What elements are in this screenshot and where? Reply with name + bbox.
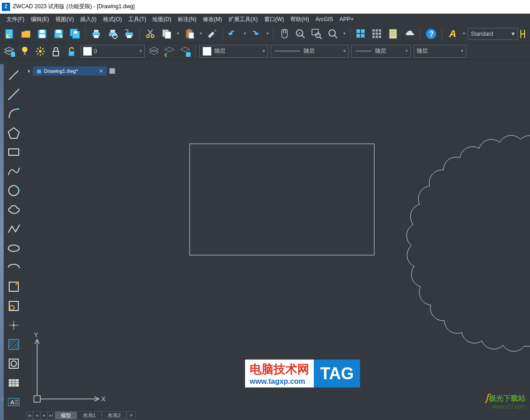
print-button[interactable] [88,26,104,42]
zoom-previous-button[interactable] [325,26,341,42]
point-tool[interactable] [5,316,23,334]
menu-arcgis[interactable]: ArcGIS [313,15,336,23]
properties-button[interactable] [386,26,401,42]
watermark2-name: 极光下载站 [489,394,525,402]
layer-state-button[interactable] [178,44,192,59]
paste-button[interactable] [182,26,197,42]
layout-add-button[interactable]: + [126,411,136,420]
arc-tool[interactable] [5,104,23,123]
menu-view[interactable]: 视图(V) [53,15,76,24]
help-button[interactable]: ? [423,26,439,42]
copy-button[interactable] [159,26,175,42]
svg-line-97 [13,344,19,349]
dimension-style-button[interactable] [519,26,528,42]
save-as-button[interactable] [51,26,66,42]
pan-button[interactable] [276,26,292,42]
layer-unlock-button[interactable] [64,44,79,59]
menu-draw[interactable]: 绘图(D) [150,15,174,24]
print-preview-button[interactable] [105,26,120,42]
save-button[interactable] [34,26,50,42]
zoom-window-button[interactable] [309,26,324,42]
layout-tab-1[interactable]: 布局1 [77,411,102,420]
mtext-tool[interactable]: A [5,393,23,411]
menu-appplus[interactable]: APP+ [337,15,356,23]
cloud-sync-button[interactable] [402,26,418,42]
open-file-button[interactable] [18,26,34,42]
insert-block-tool[interactable] [5,278,23,296]
circle-tool[interactable] [5,181,23,200]
undo-dropdown-icon[interactable]: ▼ [242,32,248,36]
paste-dropdown-icon[interactable]: ▼ [198,32,203,36]
close-tab-icon[interactable]: ✕ [99,68,103,74]
polygon-tool[interactable] [5,124,23,142]
save-all-button[interactable] [67,26,83,42]
text-style-button[interactable]: A [445,26,460,42]
plotstyle-select[interactable]: 随层 ▼ [414,45,466,58]
undo-button[interactable] [226,26,241,42]
polyline-tool[interactable] [5,220,23,238]
watermark-line2: www.tagxp.com [250,377,309,386]
region-tool[interactable] [5,355,23,373]
layout-nav-last[interactable]: ▸| [48,411,55,420]
drawn-revision-cloud[interactable] [407,136,530,351]
text-style-select[interactable]: Standard ▼ [468,28,518,40]
plot-button[interactable] [121,26,137,42]
construction-line-tool[interactable] [5,85,23,104]
layout-tab-model[interactable]: 模型 [55,411,77,420]
svg-rect-4 [40,30,44,33]
layout-nav-prev[interactable]: ◂ [33,411,40,420]
redo-button[interactable] [249,26,264,42]
layout-nav-first[interactable]: |◂ [26,411,33,420]
grid1-button[interactable] [353,26,369,42]
match-properties-button[interactable] [204,26,220,42]
svg-rect-38 [356,34,360,38]
ellipse-arc-tool[interactable] [5,258,23,277]
menu-insert[interactable]: 插入(I) [77,15,99,24]
layer-prev-button[interactable] [162,44,177,59]
new-file-button[interactable]: + [2,26,17,42]
layer-on-button[interactable] [17,44,32,59]
grid2-button[interactable] [369,26,385,42]
layer-iso-button[interactable] [147,44,161,59]
redo-dropdown-icon[interactable]: ▼ [265,32,270,36]
menu-annotate[interactable]: 标注(N) [175,15,199,24]
zoom-dropdown-icon[interactable]: ▼ [342,32,347,36]
color-select[interactable]: 随层 ▼ [199,45,268,58]
layer-freeze-button[interactable] [33,44,48,59]
layer-select[interactable]: 0 ▼ [81,45,145,58]
layer-lock-button[interactable] [49,44,63,59]
make-block-tool[interactable] [5,297,23,315]
new-tab-button[interactable] [108,66,117,76]
menu-extend[interactable]: 扩展工具(X) [226,15,261,24]
layout-tab-2[interactable]: 布局2 [102,411,126,420]
menu-tools[interactable]: 工具(T) [126,15,149,24]
menu-file[interactable]: 文件(F) [4,15,27,24]
menu-format[interactable]: 格式(O) [100,15,125,24]
cut-button[interactable] [142,26,158,42]
svg-rect-72 [186,52,191,57]
copy-dropdown-icon[interactable]: ▼ [175,32,181,36]
table-tool[interactable] [5,374,23,392]
drawn-rectangle[interactable] [190,144,374,255]
menu-window[interactable]: 窗口(W) [262,15,287,24]
rectangle-tool[interactable] [5,143,23,161]
document-tab-active[interactable]: ▦ Drawing1.dwg* ✕ [33,66,107,76]
svg-line-66 [37,48,38,49]
spline-tool[interactable] [5,162,23,180]
layer-manager-button[interactable] [2,44,16,59]
tab-scroll-left[interactable]: ▼ [26,67,32,75]
lineweight-select[interactable]: 随层 ▼ [351,45,411,58]
menu-edit[interactable]: 编辑(E) [28,15,52,24]
layout-nav-next[interactable]: ▸ [40,411,48,420]
svg-line-69 [42,48,44,49]
linetype-select[interactable]: 随层 ▼ [271,45,349,58]
revision-cloud-tool[interactable] [5,201,23,219]
line-tool[interactable] [5,66,23,84]
menu-modify[interactable]: 修改(M) [200,15,225,24]
ellipse-tool[interactable] [5,239,23,257]
text-style-dropdown-arrow[interactable]: ▼ [461,32,467,36]
menu-help[interactable]: 帮助(H) [288,15,312,24]
zoom-realtime-button[interactable]: ± [293,26,308,42]
layer-color-swatch [83,47,92,56]
hatch-tool[interactable] [5,335,23,354]
